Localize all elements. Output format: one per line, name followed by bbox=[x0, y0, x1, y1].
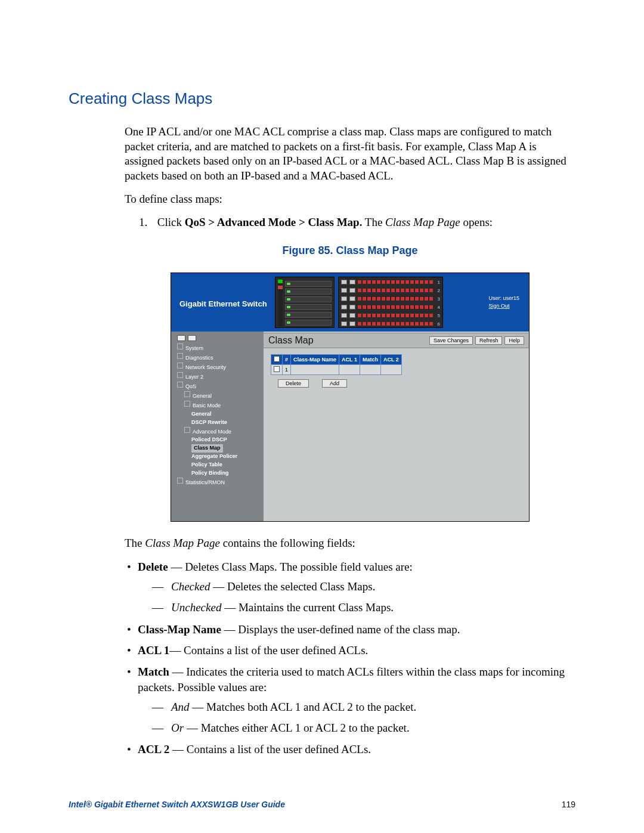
tree-aggregate-policer[interactable]: Aggregate Policer bbox=[177, 453, 260, 461]
subfield-term: Unchecked bbox=[171, 601, 221, 614]
col-acl2: ACL 2 bbox=[380, 355, 401, 365]
fields-list: Delete — Deletes Class Maps. The possibl… bbox=[125, 559, 575, 757]
step-number: 1. bbox=[139, 215, 154, 230]
field-desc: — Deletes Class Maps. The possible field… bbox=[168, 561, 413, 573]
row-match bbox=[360, 365, 380, 375]
define-line: To define class maps: bbox=[125, 192, 575, 207]
field-desc: — Contains a list of the user defined AC… bbox=[169, 743, 371, 755]
header-checkbox-icon[interactable] bbox=[274, 356, 280, 362]
content-panel: Class Map Save Changes Refresh Help # Cl… bbox=[264, 332, 529, 521]
table-header-row: # Class-Map Name ACL 1 Match ACL 2 bbox=[271, 355, 402, 365]
field-acl1: ACL 1— Contains a list of the user defin… bbox=[125, 643, 575, 658]
tree-basic-mode[interactable]: Basic Mode bbox=[177, 401, 260, 410]
class-map-table: # Class-Map Name ACL 1 Match ACL 2 1 bbox=[271, 354, 402, 375]
tree-network-security[interactable]: Network Security bbox=[177, 363, 260, 372]
field-match: Match — Indicates the criteria used to m… bbox=[125, 664, 575, 736]
col-checkbox bbox=[271, 355, 283, 365]
subfield-term: Or bbox=[171, 721, 184, 734]
field-delete-checked: Checked — Deletes the selected Class Map… bbox=[150, 579, 575, 595]
field-delete: Delete — Deletes Class Maps. The possibl… bbox=[125, 559, 575, 616]
figure-caption: Figure 85. Class Map Page bbox=[125, 244, 575, 257]
tree-dscp-rewrite[interactable]: DSCP Rewrite bbox=[177, 419, 260, 427]
step-text-suffix: opens: bbox=[460, 216, 493, 228]
chassis-graphic-right: 1 2 3 4 5 6 bbox=[338, 277, 443, 328]
table-row: 1 bbox=[271, 365, 402, 375]
row-name bbox=[291, 365, 339, 375]
field-match-or: Or — Matches either ACL 1 or ACL 2 to th… bbox=[150, 720, 575, 736]
field-desc: — Indicates the criteria used to match A… bbox=[138, 665, 565, 693]
field-term: Class-Map Name bbox=[138, 623, 221, 636]
tree-collapse-icon[interactable] bbox=[188, 335, 196, 341]
row-checkbox[interactable] bbox=[274, 366, 280, 372]
col-index: # bbox=[283, 355, 291, 365]
col-class-map-name: Class-Map Name bbox=[291, 355, 339, 365]
field-match-and: And — Matches both ACL 1 and ACL 2 to th… bbox=[150, 699, 575, 716]
subfield-desc: — Maintains the current Class Maps. bbox=[221, 601, 394, 614]
footer-doc-title: Intel® Gigabit Ethernet Switch AXXSW1GB … bbox=[69, 800, 285, 809]
screenshot-figure: Gigabit Ethernet Switch 1 2 3 4 5 6 U bbox=[171, 272, 530, 522]
field-term: Delete bbox=[138, 561, 168, 573]
field-class-map-name: Class-Map Name — Displays the user-defin… bbox=[125, 622, 575, 637]
chassis-graphic-left bbox=[275, 277, 335, 328]
field-desc: — Displays the user-defined name of the … bbox=[221, 623, 460, 636]
refresh-button[interactable]: Refresh bbox=[475, 336, 503, 345]
subfield-term: Checked bbox=[171, 580, 210, 593]
tree-qos-general[interactable]: General bbox=[177, 391, 260, 401]
tree-basic-general[interactable]: General bbox=[177, 410, 260, 419]
footer-page-number: 119 bbox=[562, 800, 575, 809]
subfield-desc: — Matches both ACL 1 and ACL 2 to the pa… bbox=[190, 701, 417, 713]
field-term: ACL 2 bbox=[138, 743, 169, 755]
tree-system[interactable]: System bbox=[177, 343, 260, 353]
field-desc: — Contains a list of the user defined AC… bbox=[169, 644, 368, 657]
subfield-desc: — Matches either ACL 1 or ACL 2 to the p… bbox=[184, 721, 410, 734]
row-acl1 bbox=[339, 365, 360, 375]
col-match: Match bbox=[360, 355, 380, 365]
sign-out-link[interactable]: Sign Out bbox=[488, 302, 519, 310]
row-index: 1 bbox=[283, 365, 291, 375]
tree-policy-table[interactable]: Policy Table bbox=[177, 461, 260, 469]
subfield-desc: — Deletes the selected Class Maps. bbox=[210, 580, 375, 593]
delete-button[interactable]: Delete bbox=[278, 379, 309, 388]
user-label: User: user15 bbox=[488, 295, 519, 302]
nav-tree-panel: System Diagnostics Network Security Laye… bbox=[171, 332, 264, 521]
screenshot-header: Gigabit Ethernet Switch 1 2 3 4 5 6 U bbox=[171, 273, 529, 332]
contains-page-name: Class Map Page bbox=[145, 537, 220, 549]
save-changes-button[interactable]: Save Changes bbox=[429, 336, 473, 345]
tree-advanced-mode[interactable]: Advanced Mode bbox=[177, 427, 260, 436]
contains-line: The Class Map Page contains the followin… bbox=[125, 536, 575, 551]
tree-statistics-rmon[interactable]: Statistics/RMON bbox=[177, 478, 260, 487]
step-menu-path: QoS > Advanced Mode > Class Map. bbox=[185, 216, 363, 228]
tree-expand-icon[interactable] bbox=[177, 335, 185, 341]
row-acl2 bbox=[380, 365, 401, 375]
tree-toolbar bbox=[177, 335, 196, 341]
tree-policed-dscp[interactable]: Policed DSCP bbox=[177, 436, 260, 444]
field-delete-unchecked: Unchecked — Maintains the current Class … bbox=[150, 600, 575, 616]
tree-qos[interactable]: QoS bbox=[177, 382, 260, 391]
step-page-name: Class Map Page bbox=[385, 216, 460, 228]
help-button[interactable]: Help bbox=[504, 336, 524, 345]
step-text-mid: The bbox=[362, 216, 385, 228]
tree-diagnostics[interactable]: Diagnostics bbox=[177, 353, 260, 363]
content-title: Class Map bbox=[268, 335, 314, 346]
step-1: 1. Click QoS > Advanced Mode > Class Map… bbox=[139, 215, 575, 230]
page-footer: Intel® Gigabit Ethernet Switch AXXSW1GB … bbox=[69, 800, 575, 809]
field-acl2: ACL 2 — Contains a list of the user defi… bbox=[125, 742, 575, 757]
section-heading: Creating Class Maps bbox=[69, 89, 575, 108]
step-text-prefix: Click bbox=[157, 216, 185, 228]
tree-class-map[interactable]: Class Map bbox=[177, 444, 260, 453]
intro-paragraph: One IP ACL and/or one MAC ACL comprise a… bbox=[125, 125, 575, 184]
product-brand: Gigabit Ethernet Switch bbox=[179, 299, 267, 308]
content-titlebar: Class Map Save Changes Refresh Help bbox=[264, 333, 529, 348]
field-term: ACL 1 bbox=[138, 644, 169, 657]
add-button[interactable]: Add bbox=[322, 379, 347, 388]
tree-layer2[interactable]: Layer 2 bbox=[177, 372, 260, 382]
field-term: Match bbox=[138, 665, 169, 678]
tree-policy-binding[interactable]: Policy Binding bbox=[177, 469, 260, 478]
col-acl1: ACL 1 bbox=[339, 355, 360, 365]
subfield-term: And bbox=[171, 701, 190, 713]
user-area: User: user15 Sign Out bbox=[488, 295, 519, 309]
